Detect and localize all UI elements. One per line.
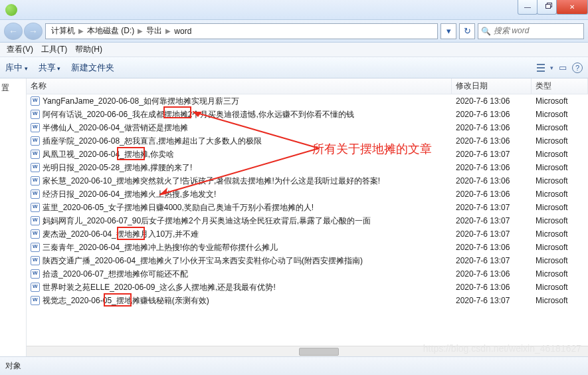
file-name-cell: 插座学院_2020-06-08_恕我直言,摆地摊超出了大多数人的极限 bbox=[27, 136, 452, 147]
file-date-cell: 2020-7-6 13:07 bbox=[452, 229, 532, 239]
file-row[interactable]: 阿何有话说_2020-06-06_我在成都摆地摊2个月买奥迪很遗憾,你永远赚不到… bbox=[27, 108, 588, 121]
chevron-right-icon: ▶ bbox=[137, 27, 144, 35]
word-doc-icon bbox=[31, 163, 40, 172]
file-name: 光明日报_2020-05-28_摆地摊,撑腰的来了! bbox=[43, 162, 192, 174]
refresh-button[interactable]: ↻ bbox=[459, 23, 475, 39]
file-date-cell: 2020-7-6 13:07 bbox=[452, 296, 532, 305]
file-name-cell: 凤凰卫视_2020-06-04_摆地摊,你卖啥 bbox=[27, 149, 452, 160]
column-type[interactable]: 类型 bbox=[532, 78, 588, 94]
word-doc-icon bbox=[31, 189, 40, 199]
file-date-cell: 2020-7-6 13:06 bbox=[452, 123, 532, 132]
toolbar-share[interactable]: 共享 bbox=[39, 62, 61, 74]
column-date[interactable]: 修改日期 bbox=[452, 78, 532, 94]
view-mode-button[interactable] bbox=[537, 63, 545, 72]
word-doc-icon bbox=[31, 296, 40, 305]
maximize-button[interactable] bbox=[537, 0, 557, 15]
file-rows: YangFanJame_2020-06-08_如何靠摆地摊实现月薪三万2020-… bbox=[27, 94, 588, 307]
nav-back-button[interactable]: ← bbox=[4, 23, 23, 40]
scrollbar-thumb[interactable] bbox=[299, 348, 339, 356]
file-type-cell: Microsoft bbox=[532, 203, 588, 212]
word-doc-icon bbox=[31, 216, 40, 225]
sidebar-item[interactable]: 置 bbox=[1, 81, 25, 95]
file-date-cell: 2020-7-6 13:06 bbox=[452, 163, 532, 172]
search-icon: 🔍 bbox=[481, 27, 491, 36]
file-list-pane: 名称 修改日期 类型 YangFanJame_2020-06-08_如何靠摆地摊… bbox=[27, 78, 588, 356]
file-type-cell: Microsoft bbox=[532, 189, 588, 199]
file-row[interactable]: 妈妈网育儿_2020-06-07_90后女子摆地摊2个月买奥迪这场全民狂欢背后,… bbox=[27, 214, 588, 227]
file-name: 经济日报_2020-06-04_摆地摊火上热搜,多地发文! bbox=[43, 189, 216, 200]
word-doc-icon bbox=[31, 243, 40, 252]
crumb-drive[interactable]: 本地磁盘 (D:) bbox=[84, 25, 137, 37]
file-date-cell: 2020-7-6 13:07 bbox=[452, 256, 532, 265]
file-name-cell: 视觉志_2020-06-05_摆地摊赚钱秘籍(亲测有效) bbox=[27, 295, 452, 307]
column-name[interactable]: 名称 bbox=[27, 78, 452, 94]
file-name: 三秦青年_2020-06-04_摆地摊冲上热搜!你的专业能帮你摆什么摊儿 bbox=[43, 242, 278, 253]
file-name: 阿何有话说_2020-06-06_我在成都摆地摊2个月买奥迪很遗憾,你永远赚不到… bbox=[43, 109, 354, 120]
word-doc-icon bbox=[31, 203, 40, 212]
word-doc-icon bbox=[31, 96, 40, 106]
file-name-cell: 麦杰逊_2020-06-04_摆地摊月入10万,并不难 bbox=[27, 229, 452, 240]
crumb-export[interactable]: 导出 bbox=[144, 25, 165, 37]
file-name: 插座学院_2020-06-08_恕我直言,摆地摊超出了大多数人的极限 bbox=[43, 136, 262, 147]
file-name-cell: 三秦青年_2020-06-04_摆地摊冲上热搜!你的专业能帮你摆什么摊儿 bbox=[27, 242, 452, 253]
address-bar: ← → 计算机▶ 本地磁盘 (D:)▶ 导出▶ word ▾ ↻ 🔍 搜索 wo… bbox=[0, 20, 588, 43]
breadcrumb[interactable]: 计算机▶ 本地磁盘 (D:)▶ 导出▶ word bbox=[45, 23, 438, 39]
file-row[interactable]: 世界时装之苑ELLE_2020-06-09_这么多人摆地摊,还是我最有优势!20… bbox=[27, 281, 588, 294]
nav-forward-button[interactable]: → bbox=[24, 23, 43, 40]
watermark: https://blog.csdn.net/weixin_46181627 bbox=[423, 343, 581, 354]
file-row[interactable]: 三秦青年_2020-06-04_摆地摊冲上热搜!你的专业能帮你摆什么摊儿2020… bbox=[27, 241, 588, 254]
crumb-computer[interactable]: 计算机 bbox=[49, 25, 78, 37]
file-type-cell: Microsoft bbox=[532, 296, 588, 305]
file-row[interactable]: 经济日报_2020-06-04_摆地摊火上热搜,多地发文!2020-7-6 13… bbox=[27, 188, 588, 201]
preview-pane-button[interactable]: ▭ bbox=[559, 62, 567, 72]
word-doc-icon bbox=[31, 110, 40, 119]
file-date-cell: 2020-7-6 13:06 bbox=[452, 96, 532, 106]
menu-help[interactable]: 帮助(H) bbox=[71, 43, 106, 57]
file-type-cell: Microsoft bbox=[532, 256, 588, 265]
file-row[interactable]: 半佛仙人_2020-06-04_做营销还是摆地摊2020-7-6 13:06Mi… bbox=[27, 121, 588, 134]
file-row[interactable]: 拾遗_2020-06-07_想摆地摊你可能还不配2020-7-6 13:06Mi… bbox=[27, 267, 588, 281]
file-row[interactable]: 光明日报_2020-05-28_摆地摊,撑腰的来了!2020-7-6 13:06… bbox=[27, 161, 588, 174]
file-type-cell: Microsoft bbox=[532, 229, 588, 239]
crumb-word[interactable]: word bbox=[171, 27, 194, 36]
status-bar: 对象 bbox=[0, 356, 588, 375]
help-button[interactable]: ? bbox=[572, 62, 583, 73]
file-row[interactable]: 蓝里_2020-06-05_女子摆地摊日赚4000,奖励自己奥迪千万别小看摆地摊… bbox=[27, 201, 588, 214]
toolbar-include-library[interactable]: 库中 bbox=[5, 62, 28, 74]
toolbar: 库中 共享 新建文件夹 ▾ ▭ ? bbox=[0, 57, 588, 78]
menu-bar: 查看(V) 工具(T) 帮助(H) bbox=[0, 43, 588, 57]
file-type-cell: Microsoft bbox=[532, 216, 588, 225]
file-row[interactable]: 陕西交通广播_2020-06-04_摆地摊火了!小伙开宝马来西安卖鞋你心动了吗(… bbox=[27, 254, 588, 267]
search-placeholder: 搜索 word bbox=[494, 25, 529, 37]
search-input[interactable]: 🔍 搜索 word bbox=[478, 23, 584, 39]
menu-view[interactable]: 查看(V) bbox=[3, 43, 37, 57]
sidebar: 置 bbox=[0, 78, 27, 356]
menu-tools[interactable]: 工具(T) bbox=[37, 43, 71, 57]
file-name-cell: 半佛仙人_2020-06-04_做营销还是摆地摊 bbox=[27, 122, 452, 134]
word-doc-icon bbox=[31, 136, 40, 146]
file-date-cell: 2020-7-6 13:07 bbox=[452, 150, 532, 159]
file-name-cell: 妈妈网育儿_2020-06-07_90后女子摆地摊2个月买奥迪这场全民狂欢背后,… bbox=[27, 215, 452, 227]
file-date-cell: 2020-7-6 13:06 bbox=[452, 243, 532, 252]
file-row[interactable]: YangFanJame_2020-06-08_如何靠摆地摊实现月薪三万2020-… bbox=[27, 94, 588, 108]
close-button[interactable]: ✕ bbox=[556, 0, 588, 15]
file-row[interactable]: 凤凰卫视_2020-06-04_摆地摊,你卖啥2020-7-6 13:07Mic… bbox=[27, 148, 588, 161]
file-row[interactable]: 家长慧_2020-06-10_摆地摊突然就火了!告诉孩子,暑假就去摆地摊!为什么… bbox=[27, 174, 588, 188]
file-name-cell: 光明日报_2020-05-28_摆地摊,撑腰的来了! bbox=[27, 162, 452, 174]
main-area: 置 名称 修改日期 类型 YangFanJame_2020-06-08_如何靠摆… bbox=[0, 78, 588, 356]
history-dropdown-button[interactable]: ▾ bbox=[441, 23, 456, 39]
file-name-cell: 阿何有话说_2020-06-06_我在成都摆地摊2个月买奥迪很遗憾,你永远赚不到… bbox=[27, 109, 452, 120]
chevron-right-icon: ▶ bbox=[78, 27, 84, 35]
file-name: 世界时装之苑ELLE_2020-06-09_这么多人摆地摊,还是我最有优势! bbox=[43, 282, 276, 293]
titlebar: — ✕ bbox=[0, 0, 588, 20]
file-name-cell: 蓝里_2020-06-05_女子摆地摊日赚4000,奖励自己奥迪千万别小看摆地摊… bbox=[27, 202, 452, 213]
toolbar-new-folder[interactable]: 新建文件夹 bbox=[71, 62, 114, 74]
status-label: 对象 bbox=[5, 360, 21, 372]
file-row[interactable]: 视觉志_2020-06-05_摆地摊赚钱秘籍(亲测有效)2020-7-6 13:… bbox=[27, 294, 588, 307]
file-row[interactable]: 插座学院_2020-06-08_恕我直言,摆地摊超出了大多数人的极限2020-7… bbox=[27, 134, 588, 148]
minimize-button[interactable]: — bbox=[518, 0, 538, 15]
view-dropdown-icon[interactable]: ▾ bbox=[550, 64, 553, 71]
file-date-cell: 2020-7-6 13:06 bbox=[452, 110, 532, 119]
word-doc-icon bbox=[31, 256, 40, 265]
file-row[interactable]: 麦杰逊_2020-06-04_摆地摊月入10万,并不难2020-7-6 13:0… bbox=[27, 227, 588, 241]
